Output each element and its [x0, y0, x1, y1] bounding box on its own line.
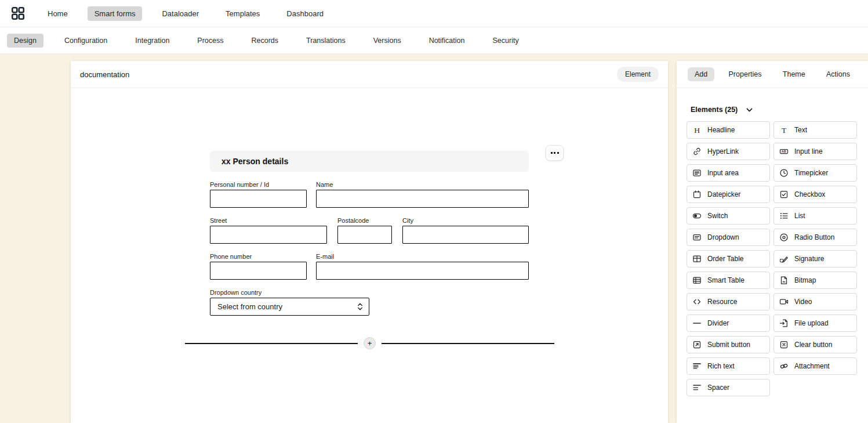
more-options-button[interactable] [546, 145, 564, 161]
element-hyperlink[interactable]: HyperLink [687, 143, 770, 160]
sub-nav-items: DesignConfigurationIntegrationProcessRec… [7, 34, 526, 48]
subnav-item-versions[interactable]: Versions [366, 34, 408, 48]
spacer-icon [692, 383, 702, 392]
element-bitmap[interactable]: Bitmap [773, 272, 857, 289]
element-label: Video [794, 298, 812, 306]
nav-item-home[interactable]: Home [41, 6, 75, 21]
select-spinner-icon [357, 302, 363, 311]
element-label: Headline [707, 126, 735, 134]
subnav-item-security[interactable]: Security [485, 34, 525, 48]
email-label: E-mail [316, 253, 529, 260]
element-radio-button[interactable]: Radio Button [773, 229, 857, 246]
personal-number-input[interactable] [210, 190, 307, 208]
canvas-panel-gap [668, 61, 677, 423]
element-input-line[interactable]: ABInput line [773, 143, 857, 160]
city-input[interactable] [402, 226, 529, 244]
svg-text:H: H [694, 126, 700, 135]
person-details-form: xx Person details Personal number / Id N… [210, 151, 529, 349]
element-divider[interactable]: Divider [687, 314, 770, 332]
subnav-item-translations[interactable]: Translations [299, 34, 353, 48]
name-input[interactable] [316, 190, 529, 208]
element-text[interactable]: TText [773, 121, 857, 139]
element-label: List [794, 212, 805, 220]
element-label: Bitmap [794, 276, 816, 284]
country-select[interactable]: Select from country [210, 298, 369, 316]
element-label: File upload [794, 319, 829, 327]
subnav-item-design[interactable]: Design [7, 34, 43, 48]
subnav-item-configuration[interactable]: Configuration [57, 34, 114, 48]
divider-icon [692, 319, 702, 328]
phone-number-input[interactable] [210, 262, 307, 280]
nav-item-templates[interactable]: Templates [219, 6, 267, 21]
rich-text-icon [692, 361, 702, 371]
panel-tab-add[interactable]: Add [688, 67, 714, 81]
element-smart-table[interactable]: Smart Table [687, 272, 770, 289]
hyperlink-icon [692, 147, 702, 156]
ellipsis-icon [551, 152, 553, 154]
nav-item-smart-forms[interactable]: Smart forms [88, 6, 143, 21]
video-icon [779, 297, 789, 306]
element-label: Datepicker [707, 190, 740, 198]
panel-tabs: AddPropertiesThemeActions [677, 61, 868, 88]
element-input-area[interactable]: Input area [687, 164, 770, 182]
element-rich-text[interactable]: Rich text [687, 357, 770, 375]
file-upload-icon [779, 319, 789, 328]
element-label: HyperLink [707, 147, 739, 156]
panel-tab-actions[interactable]: Actions [819, 67, 857, 81]
element-label: Rich text [707, 362, 735, 370]
element-label: Switch [707, 212, 728, 220]
form-section-header[interactable]: xx Person details [210, 151, 529, 172]
attachment-icon [779, 361, 789, 371]
element-datepicker[interactable]: Datepicker [687, 186, 770, 203]
street-label: Street [210, 217, 327, 224]
svg-text:AB: AB [782, 150, 786, 153]
subnav-item-process[interactable]: Process [190, 34, 230, 48]
element-order-table[interactable]: Order Table [687, 250, 770, 267]
email-input[interactable] [316, 262, 529, 280]
elements-group-header[interactable]: Elements (25) [691, 106, 753, 114]
elements-count-label: Elements (25) [691, 106, 738, 114]
element-label: Input line [794, 147, 823, 156]
element-label: Resource [707, 298, 737, 306]
canvas-body: xx Person details Personal number / Id N… [71, 88, 668, 423]
element-label: Dropdown [707, 233, 739, 241]
element-button[interactable]: Element [617, 67, 659, 82]
element-submit-button[interactable]: Submit button [687, 336, 770, 353]
personal-number-label: Personal number / Id [210, 181, 307, 188]
add-element-button[interactable]: + [364, 337, 376, 349]
element-timepicker[interactable]: Timepicker [773, 164, 857, 182]
element-switch[interactable]: Switch [687, 207, 770, 225]
element-label: Spacer [707, 384, 729, 392]
postalcode-input[interactable] [337, 226, 392, 244]
dropdown-icon [692, 233, 702, 242]
panel-tab-properties[interactable]: Properties [722, 67, 769, 81]
nav-item-dashboard[interactable]: Dashboard [279, 6, 331, 21]
subnav-item-records[interactable]: Records [245, 34, 286, 48]
element-file-upload[interactable]: File upload [773, 314, 857, 332]
name-label: Name [316, 181, 529, 188]
element-label: Radio Button [794, 233, 834, 241]
element-dropdown[interactable]: Dropdown [687, 229, 770, 246]
element-label: Text [794, 126, 807, 134]
element-video[interactable]: Video [773, 293, 857, 310]
element-headline[interactable]: HHeadline [687, 121, 770, 139]
input-area-icon [692, 168, 702, 178]
element-label: Divider [707, 319, 729, 327]
element-clear-button[interactable]: Clear button [773, 336, 857, 353]
element-spacer[interactable]: Spacer [687, 379, 770, 396]
element-attachment[interactable]: Attachment [773, 357, 857, 375]
checkbox-icon [779, 190, 789, 199]
subnav-item-notification[interactable]: Notification [422, 34, 472, 48]
subnav-item-integration[interactable]: Integration [128, 34, 176, 48]
form-title: documentation [80, 70, 129, 79]
nav-item-dataloader[interactable]: Dataloader [155, 6, 206, 21]
street-input[interactable] [210, 226, 327, 244]
element-list[interactable]: List [773, 207, 857, 225]
element-resource[interactable]: Resource [687, 293, 770, 310]
panel-tab-theme[interactable]: Theme [776, 67, 812, 81]
element-signature[interactable]: Signature [773, 250, 857, 267]
section-divider: + [185, 337, 554, 349]
app-launcher-icon[interactable] [10, 6, 26, 21]
element-checkbox[interactable]: Checkbox [773, 186, 857, 203]
element-label: Input area [707, 169, 739, 177]
